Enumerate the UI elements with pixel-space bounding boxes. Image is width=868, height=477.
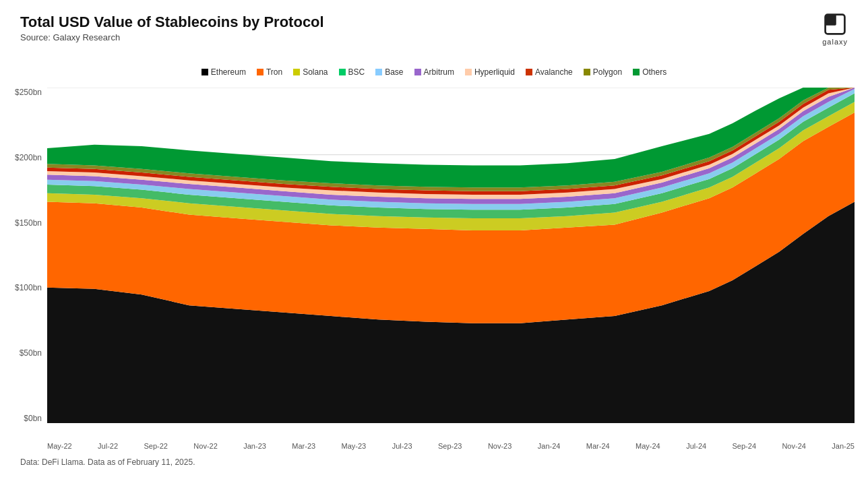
legend-dot [375, 69, 382, 75]
x-axis-label: Nov-22 [193, 442, 217, 450]
x-axis-label: Sep-22 [144, 442, 167, 450]
legend-item-bsc: BSC [339, 67, 365, 77]
legend-item-ethereum: Ethereum [202, 67, 246, 77]
legend-label: Solana [303, 67, 328, 77]
legend-label: Tron [266, 67, 282, 77]
legend-label: Arbitrum [424, 67, 454, 77]
legend-dot [293, 69, 300, 75]
chart-subtitle: Source: Galaxy Research [20, 32, 324, 42]
y-axis: $250bn$200bn$150bn$100bn$50bn$0bn [0, 88, 47, 423]
y-axis-label: $250bn [15, 88, 42, 97]
galaxy-logo: galaxy [822, 12, 848, 46]
header: Total USD Value of Stablecoins by Protoc… [20, 13, 324, 42]
legend-item-polygon: Polygon [584, 67, 622, 77]
legend-label: Hyperliquid [474, 67, 515, 77]
galaxy-logo-icon [823, 12, 847, 36]
svg-rect-1 [826, 15, 836, 26]
legend-dot [202, 69, 208, 75]
x-axis-label: Sep-24 [733, 442, 756, 450]
x-axis-label: Jul-22 [98, 442, 118, 450]
main-container: Total USD Value of Stablecoins by Protoc… [0, 0, 868, 477]
legend-item-others: Others [633, 67, 666, 77]
legend-item-hyperliquid: Hyperliquid [465, 67, 515, 77]
legend-item-tron: Tron [257, 67, 282, 77]
chart-legend: EthereumTronSolanaBSCBaseArbitrumHyperli… [0, 67, 868, 77]
x-axis-label: Mar-24 [586, 442, 610, 450]
y-axis-label: $200bn [15, 153, 42, 162]
legend-label: Ethereum [211, 67, 246, 77]
legend-dot [414, 69, 421, 75]
logo-text: galaxy [822, 38, 848, 46]
x-axis-label: May-24 [636, 442, 660, 450]
legend-dot [633, 69, 640, 75]
y-axis-label: $150bn [15, 218, 42, 228]
x-axis-label: Jul-24 [686, 442, 706, 450]
footnote: Data: DeFi Llama. Data as of February 11… [20, 457, 195, 467]
legend-label: BSC [348, 67, 365, 77]
legend-dot [339, 69, 346, 75]
x-axis-label: Jul-23 [392, 442, 412, 450]
y-axis-label: $100bn [15, 283, 42, 292]
y-axis-label: $50bn [20, 348, 42, 358]
legend-dot [257, 69, 264, 75]
x-axis-label: May-23 [342, 442, 367, 450]
x-axis-label: Sep-23 [438, 442, 462, 450]
x-axis-label: May-22 [47, 442, 72, 450]
x-axis: May-22Jul-22Sep-22Nov-22Jan-23Mar-23May-… [47, 442, 855, 450]
x-axis-label: Mar-23 [292, 442, 315, 450]
x-axis-label: Jan-24 [538, 442, 561, 450]
legend-item-avalanche: Avalanche [526, 67, 573, 77]
legend-item-arbitrum: Arbitrum [414, 67, 454, 77]
legend-item-base: Base [375, 67, 403, 77]
legend-dot [526, 69, 532, 75]
legend-label: Others [642, 67, 666, 77]
x-axis-label: Jan-23 [243, 442, 266, 450]
legend-dot [584, 69, 590, 75]
legend-label: Avalanche [535, 67, 573, 77]
x-axis-label: Nov-24 [782, 442, 805, 450]
y-axis-label: $0bn [24, 414, 42, 423]
x-axis-label: Jan-25 [832, 442, 855, 450]
legend-dot [465, 69, 472, 75]
legend-label: Base [385, 67, 403, 77]
chart-area [47, 88, 855, 423]
chart-title: Total USD Value of Stablecoins by Protoc… [20, 13, 324, 31]
legend-item-solana: Solana [293, 67, 328, 77]
legend-label: Polygon [593, 67, 622, 77]
x-axis-label: Nov-23 [488, 442, 512, 450]
